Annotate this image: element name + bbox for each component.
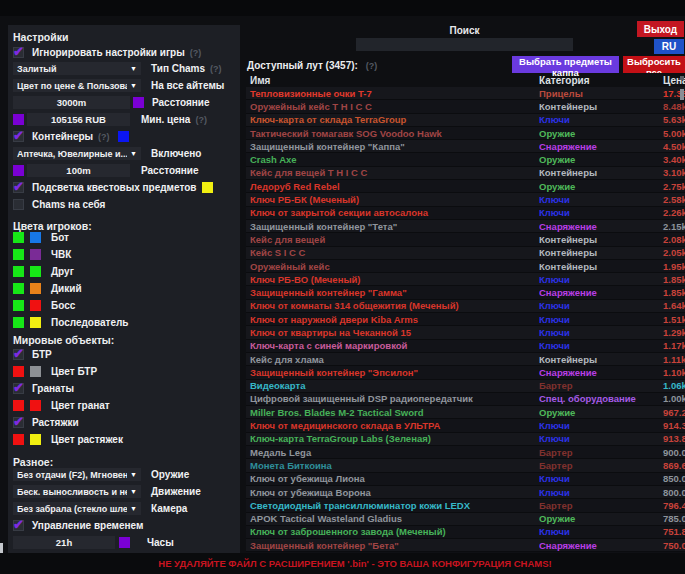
table-row[interactable]: Ключ от убежища ВоронаКлючи800.0k — [246, 486, 685, 499]
player-type-label: Босс — [51, 300, 75, 311]
player-color-swatch[interactable] — [30, 317, 41, 328]
time-control-checkbox[interactable] — [13, 520, 24, 531]
table-row[interactable]: Защищенный контейнер "Гамма"Снаряжение1.… — [246, 286, 685, 299]
world-object-checkbox[interactable] — [13, 417, 24, 428]
world-color-swatch[interactable] — [13, 400, 24, 411]
player-color-swatch[interactable] — [30, 300, 41, 311]
item-category: Снаряжение — [539, 221, 663, 232]
min-price-color-swatch[interactable] — [13, 114, 24, 125]
world-color-swatch[interactable] — [30, 366, 41, 377]
select-kappa-items-button[interactable]: Выбрать предметы каппа — [512, 56, 619, 73]
item-price: 796.4k — [663, 500, 685, 511]
esp-color-swatch[interactable] — [13, 266, 24, 277]
quest-color-swatch[interactable] — [202, 182, 213, 193]
table-row[interactable]: Ключ-карта с синей маркировкойКлючи1.17k… — [246, 340, 685, 353]
world-color-swatch[interactable] — [13, 434, 24, 445]
table-row[interactable]: Цифровой защищенный DSP радиопередатчикС… — [246, 393, 685, 406]
table-row[interactable]: APOK Tactical Wasteland GladiusОружие785… — [246, 513, 685, 526]
table-scroll-top[interactable] — [680, 76, 684, 80]
player-color-swatch[interactable] — [30, 232, 41, 243]
player-color-swatch[interactable] — [30, 283, 41, 294]
table-row[interactable]: Медаль LegaБартер900.0k — [246, 446, 685, 459]
table-row[interactable]: Кейс для хламаКонтейнеры1.11kk — [246, 353, 685, 366]
misc-dropdown[interactable]: Беск. выносливость и нет уста▼ — [13, 485, 141, 498]
table-row[interactable]: Ключ от наружной двери Kiba ArmsКлючи1.5… — [246, 313, 685, 326]
table-row[interactable]: Оружейный кейсКонтейнеры1.95kk — [246, 260, 685, 273]
help-icon: (?) — [366, 61, 378, 71]
world-color-swatch[interactable] — [13, 366, 24, 377]
item-category: Оружие — [539, 181, 663, 192]
table-row[interactable]: Кейс для вещейКонтейнеры2.08kk — [246, 233, 685, 246]
loot-filter-dropdown[interactable]: Аптечка, Ювелирные и... ▼ — [13, 147, 141, 160]
drop-all-button[interactable]: Выбросить все — [623, 56, 685, 73]
min-price-input[interactable]: 105156 RUB — [27, 113, 130, 126]
esp-color-swatch[interactable] — [13, 317, 24, 328]
ignore-game-settings-checkbox[interactable] — [13, 47, 24, 58]
player-type-label: Бот — [51, 232, 69, 243]
esp-color-swatch[interactable] — [13, 300, 24, 311]
world-color-swatch[interactable] — [30, 400, 41, 411]
quest-highlight-checkbox[interactable] — [13, 182, 24, 193]
table-row[interactable]: Ключ РБ-БК (Меченый)Ключи2.58kk — [246, 193, 685, 206]
item-price: 3.40kk — [663, 154, 685, 165]
table-row[interactable]: Тактический томагавк SOG Voodoo HawkОруж… — [246, 127, 685, 140]
table-row[interactable]: Ключ от комнаты 314 общежития (Меченый)К… — [246, 300, 685, 313]
world-object-checkbox[interactable] — [13, 349, 24, 360]
table-row[interactable]: Защищенный контейнер "Эпсилон"Снаряжение… — [246, 366, 685, 379]
item-price: 2.05kk — [663, 247, 685, 258]
table-row[interactable]: Защищенный контейнер "Тета"Снаряжение2.1… — [246, 220, 685, 233]
table-row[interactable]: Ключ-карта от склада TerraGroupКлючи5.63… — [246, 114, 685, 127]
table-row[interactable]: Ключ-карта TerraGroup Labs (Зеленая)Ключ… — [246, 433, 685, 446]
esp-color-swatch[interactable] — [13, 249, 24, 260]
loot-distance-input[interactable]: 100m — [27, 164, 130, 177]
esp-color-swatch[interactable] — [13, 232, 24, 243]
table-row[interactable]: Кейс для вещей T H I C CКонтейнеры3.10kk — [246, 167, 685, 180]
hours-color-swatch[interactable] — [119, 537, 130, 548]
color-mode-dropdown[interactable]: Цвет по цене & Пользователь ▼ — [13, 79, 141, 92]
language-button[interactable]: RU — [654, 39, 684, 54]
table-row[interactable]: Монета БиткоинаБартер869.6k — [246, 459, 685, 472]
table-row[interactable]: Ледоруб Red RebelОружие2.75kk — [246, 180, 685, 193]
esp-color-swatch[interactable] — [13, 283, 24, 294]
table-row[interactable]: Ключ от закрытой секции автосалонаКлючи2… — [246, 207, 685, 220]
item-category: Снаряжение — [539, 141, 663, 152]
world-object-checkbox[interactable] — [13, 383, 24, 394]
chams-self-checkbox[interactable] — [13, 199, 24, 210]
world-color-swatch[interactable] — [30, 434, 41, 445]
table-row[interactable]: Оружейный кейс T H I C CКонтейнеры8.48kk — [246, 100, 685, 113]
containers-checkbox[interactable] — [13, 131, 24, 142]
player-color-swatch[interactable] — [30, 249, 41, 260]
search-input[interactable] — [356, 38, 573, 51]
table-row[interactable]: Тепловизионные очки T-7Прицелы17.33kk — [246, 87, 685, 100]
table-row[interactable]: Crash AxeОружие3.40kk — [246, 153, 685, 166]
exit-button[interactable]: Выход — [637, 21, 684, 37]
loot-filter-value: Аптечка, Ювелирные и... — [17, 149, 127, 159]
table-row[interactable]: ВидеокартаБартер1.06kk — [246, 380, 685, 393]
misc-dropdown[interactable]: Без забрала (стекло шлема)▼ — [13, 502, 141, 515]
column-category[interactable]: Категория — [539, 75, 663, 87]
help-icon: (?) — [195, 115, 207, 125]
table-row[interactable]: Ключ от убежища ЛионаКлючи850.0k — [246, 473, 685, 486]
table-row[interactable]: Ключ РБ-ВО (Меченый)Ключи1.85kk — [246, 273, 685, 286]
chevron-down-icon: ▼ — [130, 488, 137, 495]
containers-color-swatch[interactable] — [118, 131, 129, 142]
loot-distance-color-swatch[interactable] — [13, 165, 24, 176]
table-row[interactable]: Ключ от медицинского склада в УЛЬТРАКлюч… — [246, 419, 685, 432]
column-name[interactable]: Имя — [246, 75, 539, 87]
table-row[interactable]: Miller Bros. Blades M-2 Tactical SwordОр… — [246, 406, 685, 419]
esp-distance-input[interactable]: 3000m — [13, 96, 130, 109]
table-row[interactable]: Ключ от квартиры на Чеканной 15Ключи1.29… — [246, 326, 685, 339]
misc-dropdown[interactable]: Без отдачи (F2), Мгновенное п▼ — [13, 468, 141, 481]
item-category: Бартер — [539, 460, 663, 471]
distance-color-swatch[interactable] — [133, 97, 144, 108]
chams-type-dropdown[interactable]: Залитый ▼ — [13, 62, 141, 75]
table-row[interactable]: Ключ от заброшенного завода (Меченый)Клю… — [246, 526, 685, 539]
table-row[interactable]: Светодиодный трансиллюминатор кожи LEDXБ… — [246, 499, 685, 512]
table-row[interactable]: Защищенный контейнер "Бета"Снаряжение750… — [246, 539, 685, 552]
table-scrollbar[interactable] — [680, 89, 684, 100]
hours-input[interactable]: 21h — [13, 536, 115, 549]
table-row[interactable]: Защищенный контейнер "Каппа"Снаряжение4.… — [246, 140, 685, 153]
player-color-swatch[interactable] — [30, 266, 41, 277]
item-name: Ключ от заброшенного завода (Меченый) — [246, 526, 539, 537]
table-row[interactable]: Кейс S I C CКонтейнеры2.05kk — [246, 247, 685, 260]
